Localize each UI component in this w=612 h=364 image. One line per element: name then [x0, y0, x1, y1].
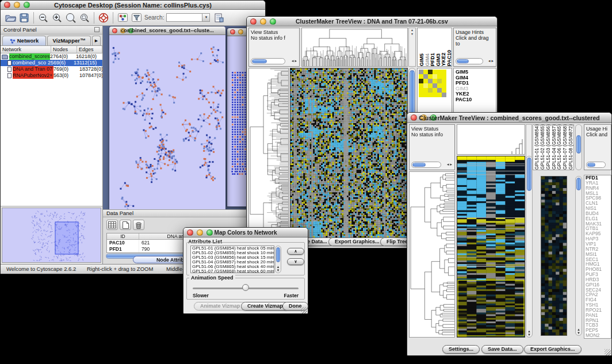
save-data-button[interactable]: Save Data...	[481, 345, 523, 354]
column-label[interactable]: PAC10	[446, 28, 452, 66]
float-panel-icon[interactable]	[94, 27, 100, 32]
network-name: RNAPuberNov2+	[13, 72, 53, 79]
column-dendrogram[interactable]	[457, 124, 525, 155]
network-view-1-canvas[interactable]	[109, 35, 225, 209]
network-overview-thumbnail[interactable]	[2, 208, 101, 263]
open-session-icon[interactable]	[3, 12, 17, 24]
zoom-out-icon[interactable]	[36, 12, 50, 24]
data-panel-title: Data Panel	[103, 210, 265, 217]
row-dendrogram[interactable]	[409, 171, 455, 338]
network-list-item[interactable]: DNA and Tran 07769(0)183728(0)	[1, 66, 102, 72]
column-label[interactable]: GPL51-03 (GSM856)	[545, 125, 551, 170]
detail-heatmap[interactable]	[419, 70, 446, 97]
filter-icon[interactable]	[129, 12, 143, 24]
delete-attribute-icon[interactable]	[133, 220, 144, 230]
attribute-list-scrollbar[interactable]: ▲▼	[275, 246, 281, 273]
zoom-selected-icon[interactable]	[78, 12, 91, 24]
column-label[interactable]: GPL51-01 (GSM854)	[534, 125, 540, 170]
attribute-item[interactable]: GPL51-03 (GSM856) heat shock 15 min	[192, 255, 274, 260]
heatmap-main-view[interactable]	[290, 68, 408, 245]
network-list-item[interactable]: RNAPuberNov2+563(0)107847(0)	[1, 72, 102, 79]
view-status-panel: View Status No status info ◂▸	[409, 124, 455, 170]
heatmap-main-view[interactable]	[457, 156, 525, 338]
network-view-window-1: combined_scores_good.txt--cluste...	[109, 26, 226, 209]
column-label[interactable]: GIM4	[424, 28, 430, 66]
network-nodes-count: 769(0)	[53, 66, 79, 72]
export-graphics-button[interactable]: Export Graphics...	[328, 237, 386, 246]
dendrogram-scroll-strip[interactable]: ▴▾	[408, 28, 416, 67]
detail-cell	[428, 79, 433, 83]
attribute-item[interactable]: GPL51-01 (GSM854) heat shock 05 min	[192, 246, 274, 251]
scroll-arrows-icon[interactable]: ▲▼	[576, 328, 582, 335]
network-view-1-titlebar[interactable]: combined_scores_good.txt--cluste...	[109, 26, 225, 35]
status-hint-zoom: Right-click + drag to ZOOM	[87, 265, 153, 274]
column-label[interactable]: GPL51-02 (GSM855)	[540, 125, 545, 170]
tab-network[interactable]: Network	[2, 36, 46, 45]
treeview-combined-titlebar[interactable]: ClusterMaker TreeView : combined_scores_…	[407, 113, 611, 123]
resize-grip[interactable]	[605, 349, 611, 355]
main-titlebar[interactable]: Cytoscape Desktop (Session Name: collins…	[1, 1, 265, 10]
new-attribute-icon[interactable]	[120, 220, 131, 230]
row-dendrogram[interactable]	[248, 68, 289, 245]
column-labels-scrollbar[interactable]	[575, 124, 582, 170]
column-label[interactable]: GPL51-04 (GSM857)	[551, 125, 557, 170]
zoom-fit-icon[interactable]	[64, 12, 78, 24]
dialog-titlebar[interactable]: Map Colors to Network	[183, 228, 308, 237]
status-scrollbar[interactable]	[411, 162, 441, 168]
settings-button[interactable]: Settings...	[442, 345, 480, 354]
column-label[interactable]: GPL51-08 (GSM872)	[568, 125, 573, 170]
column-label[interactable]: GIM5	[419, 28, 424, 66]
network-nodes-count: 563(0)	[53, 72, 79, 79]
treeview-dna-titlebar[interactable]: ClusterMaker TreeView : DNA and Tran 07-…	[247, 17, 497, 26]
slider-thumb[interactable]	[242, 284, 249, 291]
column-dendrogram[interactable]	[301, 28, 408, 67]
more-tabs-arrow-icon[interactable]: ▶	[92, 36, 101, 45]
network-list-item[interactable]: combined_sco2569(6)13112(15)	[1, 60, 102, 66]
column-label[interactable]: GPL51-06 (GSM865)	[556, 125, 562, 170]
network-edges-count: 107847(0)	[79, 72, 102, 79]
close-button[interactable]	[230, 29, 235, 35]
save-session-icon[interactable]	[17, 12, 31, 24]
move-down-button[interactable]: ∨	[287, 258, 304, 265]
attribute-item[interactable]: GPL51-07 (GSM868) heat shock 60 min	[192, 269, 274, 273]
status-scrollbar[interactable]	[251, 58, 285, 64]
global-overview-heatmap[interactable]	[541, 176, 567, 336]
column-label[interactable]: GPL51-07 (GSM868)	[562, 125, 568, 170]
attribute-list-group: GPL51-01 (GSM854) heat shock 05 minGPL51…	[186, 242, 305, 275]
move-up-button[interactable]: ∧	[287, 248, 304, 255]
heatmap-vertical-scrollbar[interactable]: ▲▼	[526, 156, 533, 338]
scroll-arrows-icon[interactable]: ▲▼	[526, 329, 532, 336]
search-input[interactable]: ▼	[166, 13, 210, 22]
scroll-arrows-icon[interactable]: ▲▼	[276, 265, 281, 272]
attribute-item[interactable]: GPL51-06 (GSM865) heat shock 40 min	[192, 265, 274, 269]
attribute-item[interactable]: GPL51-04 (GSM857) heat shock 20 min	[192, 260, 274, 265]
column-label[interactable]: GIM3	[435, 28, 441, 66]
scroll-arrows-icon[interactable]: ◂▸	[488, 58, 495, 64]
hints-scrollbar[interactable]	[586, 162, 606, 168]
node-color-mapper-icon[interactable]	[116, 12, 129, 24]
zoom-in-icon[interactable]	[50, 12, 64, 24]
scroll-arrows-icon[interactable]: ◂▸	[447, 162, 453, 167]
help-icon[interactable]	[97, 12, 110, 24]
view-status-panel: View Status No status info f ◂▸	[248, 28, 300, 67]
detail-cell	[419, 88, 423, 93]
attribute-item[interactable]: GPL51-02 (GSM855) heat shock 10 min	[192, 251, 274, 255]
hints-scrollbar[interactable]	[456, 58, 483, 64]
column-label[interactable]: YKE2	[441, 28, 446, 66]
export-graphics-button[interactable]: Export Graphics...	[524, 345, 582, 354]
resize-grip[interactable]	[301, 307, 307, 313]
scroll-arrows-icon[interactable]: ◂▸	[292, 58, 298, 64]
minimize-button[interactable]	[238, 29, 243, 35]
main-toolbar: Search: ▼	[1, 10, 265, 26]
animate-vizmap-button[interactable]: Animate Vizmap	[194, 302, 246, 311]
global-view-scrollbar[interactable]: ▲▼	[575, 176, 582, 336]
row-label[interactable]: PAC10	[456, 97, 496, 103]
attribute-list[interactable]: GPL51-01 (GSM854) heat shock 05 minGPL51…	[190, 246, 274, 273]
network-list-item[interactable]: combined_scores2764(0)16218(0)	[1, 53, 102, 60]
search-dropdown-arrow-icon[interactable]: ▼	[202, 14, 209, 21]
tab-vizmapper[interactable]: VizMapper™	[47, 36, 91, 45]
attribute-browser-icon[interactable]	[212, 12, 226, 24]
column-label[interactable]: PFD1	[430, 28, 435, 66]
attribute-select-icon[interactable]	[106, 220, 118, 230]
gene-label[interactable]: MON2	[586, 333, 611, 338]
